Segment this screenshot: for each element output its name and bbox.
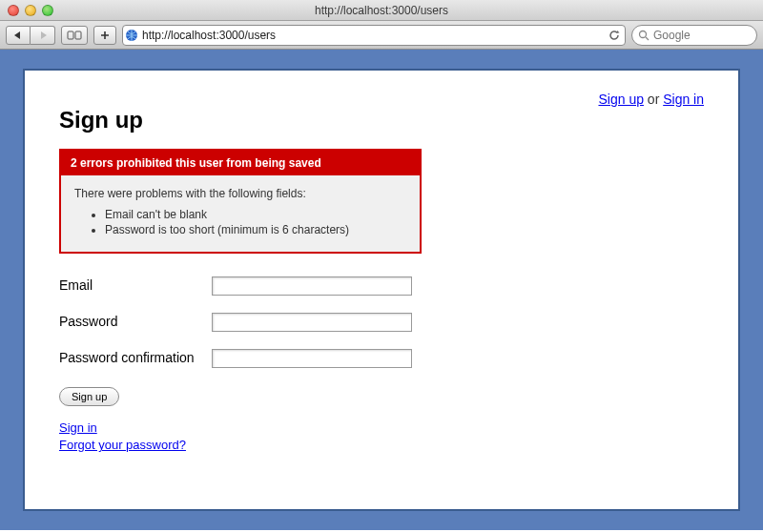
top-signin-link[interactable]: Sign in: [663, 92, 704, 107]
address-bar[interactable]: [122, 25, 626, 46]
forgot-password-link[interactable]: Forgot your password?: [59, 438, 186, 452]
back-button[interactable]: [6, 26, 31, 45]
forward-button[interactable]: [31, 26, 55, 45]
page-viewport: Sign up or Sign in Sign up 2 errors proh…: [0, 50, 763, 530]
window-close-button[interactable]: [8, 5, 19, 16]
window-minimize-button[interactable]: [25, 5, 36, 16]
search-input[interactable]: [653, 29, 749, 42]
svg-marker-1: [41, 31, 47, 39]
error-header: 2 errors prohibited this user from being…: [61, 151, 420, 175]
signin-link[interactable]: Sign in: [59, 420, 97, 435]
browser-toolbar: [0, 21, 763, 50]
tab-overview-button[interactable]: [61, 26, 88, 45]
error-list: Email can't be blank Password is too sho…: [74, 208, 406, 236]
email-label: Email: [59, 276, 212, 294]
book-icon: [67, 30, 82, 41]
error-intro: There were problems with the following f…: [74, 187, 406, 200]
search-bar[interactable]: [631, 25, 757, 46]
top-signup-link[interactable]: Sign up: [598, 92, 643, 107]
page-title: Sign up: [59, 107, 704, 133]
password-confirmation-field[interactable]: [212, 349, 412, 368]
password-label: Password: [59, 313, 212, 330]
plus-icon: [100, 31, 110, 40]
url-input[interactable]: [142, 29, 604, 42]
top-nav-separator: or: [644, 92, 663, 107]
auth-links: Sign in Forgot your password?: [59, 419, 704, 454]
password-confirmation-label: Password confirmation: [59, 349, 212, 366]
globe-icon: [125, 29, 138, 42]
window-titlebar: http://localhost:3000/users: [0, 0, 763, 21]
reload-icon[interactable]: [608, 29, 621, 42]
svg-line-7: [646, 37, 649, 40]
email-field[interactable]: [212, 276, 412, 296]
window-title: http://localhost:3000/users: [0, 4, 763, 17]
signup-button[interactable]: Sign up: [59, 387, 119, 406]
top-nav: Sign up or Sign in: [598, 92, 704, 107]
error-explanation: 2 errors prohibited this user from being…: [59, 149, 422, 254]
svg-rect-3: [75, 31, 81, 39]
error-item: Password is too short (minimum is 6 char…: [105, 223, 406, 236]
password-field[interactable]: [212, 313, 412, 332]
add-bookmark-button[interactable]: [93, 26, 116, 45]
triangle-right-icon: [38, 31, 48, 40]
error-item: Email can't be blank: [105, 208, 406, 221]
svg-marker-5: [616, 31, 619, 33]
svg-rect-2: [68, 31, 73, 39]
svg-marker-0: [14, 31, 20, 39]
search-icon: [638, 30, 650, 41]
window-zoom-button[interactable]: [42, 5, 53, 16]
triangle-left-icon: [13, 31, 23, 40]
page-content: Sign up or Sign in Sign up 2 errors proh…: [23, 69, 740, 511]
svg-point-6: [640, 31, 647, 37]
